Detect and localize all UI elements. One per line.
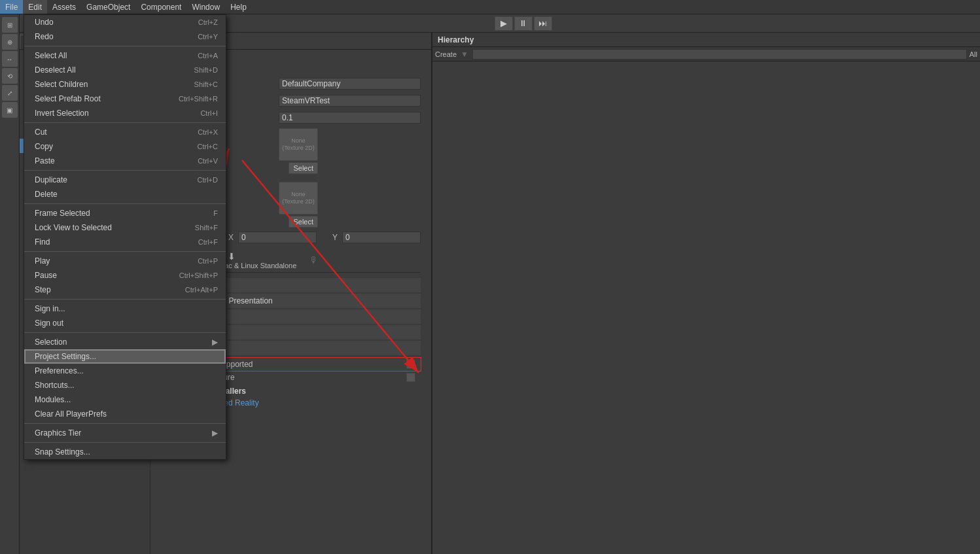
toolbar-icon-5[interactable]: ⤢ <box>2 85 18 101</box>
menu-item-selection[interactable]: Selection ▶ <box>24 335 226 349</box>
menu-item-select-children[interactable]: Select Children Shift+C <box>24 77 226 92</box>
create-label[interactable]: Create <box>435 50 457 58</box>
hotspot-x-input[interactable] <box>238 232 317 243</box>
company-name-input[interactable] <box>279 78 421 90</box>
selection-label: Selection <box>35 338 67 347</box>
toolbar-icon-2[interactable]: ⊕ <box>2 34 18 50</box>
step-label: Step <box>35 285 51 294</box>
sep-6 <box>24 299 226 300</box>
deselect-all-shortcut: Shift+D <box>194 66 218 74</box>
hierarchy-title: Hierarchy <box>438 35 474 44</box>
menu-item-snap-settings[interactable]: Snap Settings... <box>24 445 226 459</box>
stereo-capture-checkbox[interactable] <box>406 373 415 382</box>
toolbar-icon-6[interactable]: ▣ <box>2 102 18 118</box>
menu-assets[interactable]: Assets <box>47 0 81 14</box>
sep-3 <box>24 170 226 171</box>
play-button[interactable]: ▶ <box>495 16 513 31</box>
toolbar-icon-1[interactable]: ⊞ <box>2 17 18 33</box>
undo-label: Undo <box>35 18 54 27</box>
menu-item-cut[interactable]: Cut Ctrl+X <box>24 125 226 139</box>
menu-item-modules[interactable]: Modules... <box>24 392 226 407</box>
sep-7 <box>24 332 226 333</box>
sep-5 <box>24 251 226 252</box>
lock-view-shortcut: Shift+F <box>195 224 218 232</box>
sep-9 <box>24 442 226 443</box>
menu-item-sign-out[interactable]: Sign out <box>24 316 226 330</box>
menu-item-preferences[interactable]: Preferences... <box>24 364 226 378</box>
selection-arrow: ▶ <box>212 338 218 347</box>
step-button[interactable]: ⏭ <box>534 16 552 31</box>
toolbar-icon-3[interactable]: ↔ <box>2 51 18 67</box>
sign-out-label: Sign out <box>35 319 63 328</box>
menu-item-lock-view[interactable]: Lock View to Selected Shift+F <box>24 220 226 235</box>
menu-item-select-all[interactable]: Select All Ctrl+A <box>24 48 226 63</box>
redo-label: Redo <box>35 32 54 41</box>
paste-shortcut: Ctrl+V <box>198 157 218 165</box>
edit-dropdown-menu: Undo Ctrl+Z Redo Ctrl+Y Select All Ctrl+… <box>24 14 226 460</box>
graphics-tier-label: Graphics Tier <box>35 428 81 438</box>
hierarchy-search[interactable] <box>472 49 967 60</box>
menu-item-find[interactable]: Find Ctrl+F <box>24 235 226 249</box>
hierarchy-header: Hierarchy <box>432 33 980 47</box>
menu-item-paste[interactable]: Paste Ctrl+V <box>24 154 226 168</box>
menu-item-delete[interactable]: Delete <box>24 187 226 201</box>
hotspot-y-input[interactable] <box>342 232 421 243</box>
menu-item-step[interactable]: Step Ctrl+Alt+P <box>24 283 226 297</box>
pause-shortcut: Ctrl+Shift+P <box>179 271 218 279</box>
menu-item-duplicate[interactable]: Duplicate Ctrl+D <box>24 173 226 187</box>
menu-edit[interactable]: Edit <box>23 0 47 14</box>
step-shortcut: Ctrl+Alt+P <box>185 286 218 294</box>
duplicate-shortcut: Ctrl+D <box>198 176 218 184</box>
menu-item-project-settings[interactable]: Project Settings... <box>24 349 226 364</box>
menu-item-frame-selected[interactable]: Frame Selected F <box>24 206 226 220</box>
copy-shortcut: Ctrl+C <box>198 143 218 150</box>
sep-4 <box>24 203 226 204</box>
graphics-tier-arrow: ▶ <box>212 428 218 438</box>
menu-file[interactable]: File <box>0 0 23 14</box>
copy-label: Copy <box>35 142 53 151</box>
menu-item-redo[interactable]: Redo Ctrl+Y <box>24 29 226 44</box>
menu-item-copy[interactable]: Copy Ctrl+C <box>24 139 226 154</box>
hotspot-x-label: X <box>228 233 236 242</box>
redo-shortcut: Ctrl+Y <box>198 33 218 41</box>
all-label[interactable]: All <box>970 50 977 58</box>
hotspot-y-label: Y <box>332 233 340 242</box>
sep-1 <box>24 46 226 46</box>
menu-help[interactable]: Help <box>225 0 252 14</box>
invert-selection-shortcut: Ctrl+I <box>200 109 218 117</box>
menu-item-pause[interactable]: Pause Ctrl+Shift+P <box>24 268 226 283</box>
sep-2 <box>24 122 226 123</box>
toolbar-icon-4[interactable]: ⟲ <box>2 68 18 84</box>
sep-8 <box>24 423 226 424</box>
pause-button[interactable]: ⏸ <box>514 16 533 31</box>
menu-item-graphics-tier[interactable]: Graphics Tier ▶ <box>24 426 226 440</box>
hotspot-y-coord: Y <box>332 232 421 243</box>
virtual-reality-checkbox[interactable] <box>406 360 415 369</box>
default-icon-select-btn[interactable]: Select <box>289 162 318 174</box>
menu-item-undo[interactable]: Undo Ctrl+Z <box>24 15 226 29</box>
menu-window[interactable]: Window <box>186 0 225 14</box>
menu-item-invert-selection[interactable]: Invert Selection Ctrl+I <box>24 106 226 120</box>
menu-item-shortcuts[interactable]: Shortcuts... <box>24 378 226 392</box>
deselect-all-label: Deselect All <box>35 65 76 75</box>
menu-item-play[interactable]: Play Ctrl+P <box>24 254 226 268</box>
play-label: Play <box>35 256 50 266</box>
platform-tab-mobile[interactable]: 🎙 <box>304 252 324 268</box>
default-cursor-select-btn[interactable]: Select <box>289 216 318 228</box>
select-children-shortcut: Shift+C <box>194 80 218 88</box>
pause-label: Pause <box>35 271 57 280</box>
menu-item-deselect-all[interactable]: Deselect All Shift+D <box>24 63 226 77</box>
menu-component[interactable]: Component <box>135 0 186 14</box>
modules-label: Modules... <box>35 395 71 404</box>
menu-gameobject[interactable]: GameObject <box>81 0 135 14</box>
hierarchy-toolbar: Create ▼ All <box>432 47 980 61</box>
shortcuts-label: Shortcuts... <box>35 381 75 390</box>
menu-item-sign-in[interactable]: Sign in... <box>24 302 226 316</box>
menu-item-select-prefab-root[interactable]: Select Prefab Root Ctrl+Shift+R <box>24 92 226 106</box>
menu-item-clear-playerprefs[interactable]: Clear All PlayerPrefs <box>24 407 226 421</box>
cut-label: Cut <box>35 128 47 137</box>
version-input[interactable] <box>279 112 421 124</box>
product-name-input[interactable] <box>279 95 421 107</box>
select-all-label: Select All <box>35 51 67 60</box>
hotspot-x-coord: X <box>228 232 317 243</box>
